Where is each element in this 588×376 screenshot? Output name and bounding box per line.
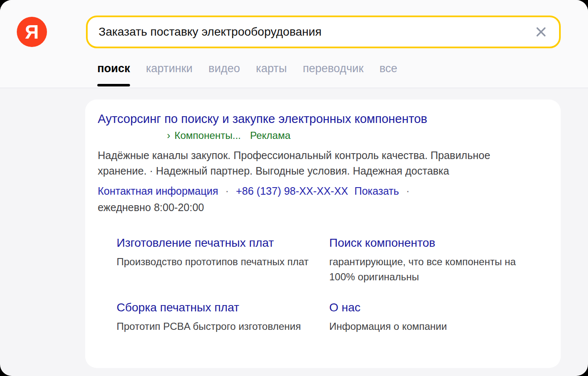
sitelink-description: Прототип PCBA быстрого изготовления bbox=[117, 319, 314, 334]
sitelink-title-link[interactable]: Сборка печатных плат bbox=[117, 297, 314, 318]
tab-video[interactable]: видео bbox=[208, 62, 240, 75]
yandex-logo-letter: Я bbox=[25, 21, 39, 43]
clear-search-button[interactable] bbox=[535, 26, 547, 38]
search-result-card: Аутсорсинг по поиску и закупке электронн… bbox=[85, 99, 561, 368]
tab-maps[interactable]: карты bbox=[256, 62, 287, 75]
sitelink-description: Производство прототипов печатных плат bbox=[117, 254, 314, 269]
close-icon bbox=[536, 26, 546, 37]
search-box bbox=[86, 16, 561, 48]
search-tabs: поиск картинки видео карты переводчик вс… bbox=[97, 62, 397, 75]
show-phone-button[interactable]: Показать bbox=[354, 185, 399, 197]
tab-images[interactable]: картинки bbox=[146, 62, 193, 75]
ad-badge: Реклама bbox=[250, 130, 290, 141]
tab-all[interactable]: все bbox=[380, 62, 398, 75]
breadcrumb: › Компоненты... Реклама bbox=[167, 130, 548, 141]
breadcrumb-path-link[interactable]: Компоненты... bbox=[174, 130, 241, 141]
result-description: Надёжные каналы закупок. Профессиональны… bbox=[98, 148, 534, 179]
result-title-link[interactable]: Аутсорсинг по поиску и закупке электронн… bbox=[98, 111, 548, 126]
sitelink-title-link[interactable]: Поиск компонентов bbox=[329, 232, 526, 253]
sitelink-description: Информация о компании bbox=[329, 319, 526, 334]
sitelinks-grid: Изготовление печатных плат Производство … bbox=[117, 232, 548, 334]
contact-info-link[interactable]: Контактная информация bbox=[98, 185, 218, 197]
browser-page: Я поиск картинки видео карты переводчик … bbox=[0, 0, 588, 376]
sitelink-pcb-assembly: Сборка печатных плат Прототип PCBA быстр… bbox=[117, 297, 329, 334]
sitelink-title-link[interactable]: Изготовление печатных плат bbox=[117, 232, 314, 253]
dot-separator: · bbox=[225, 185, 229, 197]
sitelink-about-us: О нас Информация о компании bbox=[329, 297, 548, 334]
tab-translator[interactable]: переводчик bbox=[303, 62, 364, 75]
sitelink-component-search: Поиск компонентов гарантирующие, что все… bbox=[329, 232, 548, 285]
sitelink-title-link[interactable]: О нас bbox=[329, 297, 526, 318]
search-input[interactable] bbox=[88, 25, 535, 39]
sitelink-pcb-manufacturing: Изготовление печатных плат Производство … bbox=[117, 232, 329, 285]
contact-row: Контактная информация · +86 (137) 98-XX-… bbox=[98, 184, 548, 198]
working-hours: ежедневно 8:00-20:00 bbox=[98, 201, 548, 214]
phone-number-link[interactable]: +86 (137) 98-XX-XX-XX bbox=[236, 185, 349, 197]
sitelink-description: гарантирующие, что все компоненты на 100… bbox=[329, 254, 526, 285]
chevron-right-icon: › bbox=[167, 130, 170, 141]
yandex-logo[interactable]: Я bbox=[17, 17, 47, 47]
dot-separator: · bbox=[406, 185, 409, 197]
tab-search[interactable]: поиск bbox=[97, 62, 130, 75]
search-header: Я поиск картинки видео карты переводчик … bbox=[0, 0, 588, 88]
